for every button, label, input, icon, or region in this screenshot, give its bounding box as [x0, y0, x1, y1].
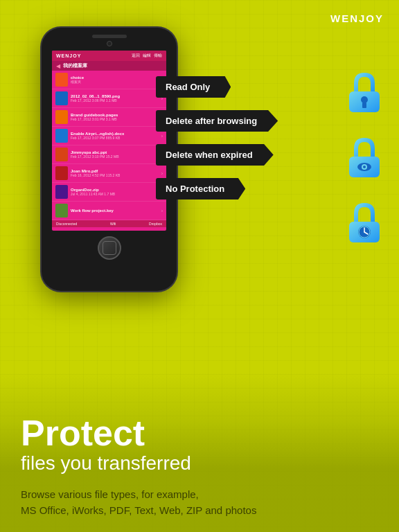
- list-item[interactable]: 2012_02_08...1_8590.png Feb 17, 2012 3:0…: [52, 89, 166, 108]
- arrow-label-read-only: Read Only: [156, 76, 231, 98]
- lock-delete-expired: [344, 200, 385, 249]
- file-icon-docx: [55, 129, 68, 143]
- file-info: choice 檔案夾: [71, 76, 159, 84]
- file-icon-pdf: [55, 166, 68, 180]
- file-name: Work flow project.key: [71, 209, 159, 213]
- arrow-no-protection: No Protection: [156, 178, 278, 200]
- screen-title: 我的檔案庫: [63, 62, 87, 69]
- phone-speaker: [92, 35, 127, 38]
- file-meta: Jul 4, 2011 11:43 AM 1.7 MB: [71, 192, 159, 196]
- footer-dropbox: Dropbox: [149, 222, 162, 226]
- file-meta: Feb 17, 2012 3:06 PM 1.1 MB: [71, 98, 159, 103]
- arrow-read-only: Read Only: [156, 76, 278, 98]
- list-item[interactable]: Work flow project.key ›: [52, 202, 166, 220]
- phone-camera: [107, 41, 112, 46]
- arrow-delete-expired: Delete when expired: [156, 144, 278, 166]
- footer-wifi: Wifi: [110, 222, 116, 226]
- brand-logo: WENJOY: [330, 12, 384, 24]
- back-arrow-icon: ◀: [56, 63, 60, 69]
- list-item[interactable]: Jimmyspa abc.ppt Feb 17, 2012 3:10 PM 15…: [52, 145, 166, 164]
- file-meta: Feb 17, 2012 3:01 PM 3.1 MB: [71, 117, 159, 121]
- svg-point-6: [363, 166, 366, 168]
- arrows-container: .arrow-row-item { display: flex; align-i…: [156, 76, 278, 212]
- list-item[interactable]: OrganiDoc.zip Jul 4, 2011 11:43 AM 1.7 M…: [52, 183, 166, 202]
- file-meta: Feb 17, 2012 3:10 PM 15.2 MB: [71, 154, 159, 159]
- file-list: choice 檔案夾 › 2012_02_08...1_8590.png Feb…: [52, 71, 166, 220]
- file-meta: 檔案夾: [71, 80, 159, 84]
- phone-screen: WENJOY 返回 編輯 傳輸 ◀ 我的檔案庫 choice 檔案夾: [52, 51, 166, 231]
- arrow-label-no-protection: No Protection: [156, 178, 245, 200]
- file-icon-ppt: [55, 148, 68, 161]
- bottom-section: Protect files you transferred Browse var…: [0, 373, 399, 532]
- svg-point-1: [361, 96, 368, 103]
- list-item[interactable]: Joan Miro.pdf Feb 16, 2012 4:52 PM 115.2…: [52, 164, 166, 183]
- screen-brand: WENJOY: [56, 53, 81, 58]
- footer-disconnected: Disconnected: [56, 222, 77, 226]
- home-button-inner: [103, 241, 116, 255]
- screen-footer: Disconnected Wifi Dropbox: [52, 220, 166, 227]
- nav-back[interactable]: 返回: [132, 53, 140, 59]
- file-icon-folder: [55, 73, 68, 87]
- phone-home-button[interactable]: [98, 236, 121, 260]
- locks-container: [344, 69, 385, 249]
- lock-key-icon: [344, 69, 385, 116]
- file-info: Work flow project.key: [71, 209, 159, 213]
- file-meta: Feb 17, 2012 3:07 PM 885.9 KB: [71, 136, 159, 140]
- lock-clock-icon: [344, 200, 385, 247]
- list-item[interactable]: Enable Airpri...nglish).docx Feb 17, 201…: [52, 127, 166, 145]
- file-info: 2012_02_08...1_8590.png Feb 17, 2012 3:0…: [71, 94, 159, 103]
- file-icon-png: [55, 91, 68, 105]
- lock-delete-browsing: [344, 134, 385, 184]
- description-text: Browse various file types, for example,M…: [21, 487, 378, 518]
- list-item[interactable]: choice 檔案夾 ›: [52, 71, 166, 89]
- file-icon-zip: [55, 185, 68, 199]
- arrow-label-delete-browsing: Delete after browsing: [156, 110, 278, 132]
- screen-title-bar: ◀ 我的檔案庫: [52, 61, 166, 71]
- nav-edit[interactable]: 編輯: [143, 53, 151, 59]
- file-meta: Feb 16, 2012 4:52 PM 115.2 KB: [71, 173, 159, 177]
- nav-transfer[interactable]: 傳輸: [154, 53, 162, 59]
- protect-subtitle: files you transferred: [21, 452, 378, 475]
- file-info: Brand guidebook.pages Feb 17, 2012 3:01 …: [71, 113, 159, 121]
- arrow-label-delete-expired: Delete when expired: [156, 144, 274, 166]
- lock-read-only: [344, 69, 385, 119]
- file-info: OrganiDoc.zip Jul 4, 2011 11:43 AM 1.7 M…: [71, 188, 159, 196]
- file-icon-key: [55, 204, 68, 218]
- file-info: Joan Miro.pdf Feb 16, 2012 4:52 PM 115.2…: [71, 169, 159, 177]
- protect-title: Protect: [21, 415, 378, 451]
- lock-eye-icon: [344, 134, 385, 181]
- arrow-delete-browsing: Delete after browsing: [156, 110, 278, 132]
- screen-header: WENJOY 返回 編輯 傳輸: [52, 51, 166, 61]
- screen-nav: 返回 編輯 傳輸: [132, 53, 162, 59]
- list-item[interactable]: Brand guidebook.pages Feb 17, 2012 3:01 …: [52, 108, 166, 127]
- file-info: Enable Airpri...nglish).docx Feb 17, 201…: [71, 132, 159, 140]
- file-info: Jimmyspa abc.ppt Feb 17, 2012 3:10 PM 15…: [71, 150, 159, 159]
- file-icon-pages: [55, 110, 68, 124]
- svg-rect-2: [362, 103, 366, 108]
